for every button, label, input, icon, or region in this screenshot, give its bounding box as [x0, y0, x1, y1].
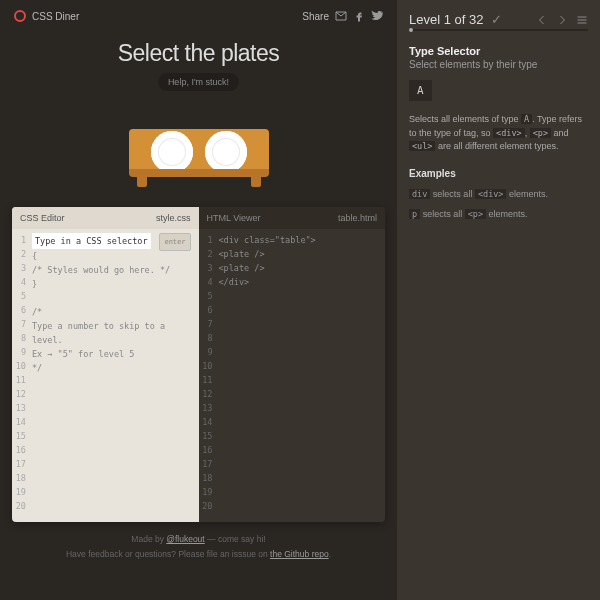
facebook-icon[interactable]: [353, 10, 365, 22]
table-top: [129, 129, 269, 174]
mail-icon[interactable]: [335, 10, 347, 22]
check-icon: ✓: [491, 12, 502, 27]
table-scene: [0, 95, 397, 207]
selector-description: Selects all elements of type A. Type ref…: [409, 113, 588, 154]
app-title: CSS Diner: [32, 11, 79, 22]
css-gutter: 1234567891011121314151617181920: [12, 229, 30, 522]
html-viewer-pane: HTML Viewer table.html 12345678910111213…: [199, 207, 386, 522]
github-link[interactable]: the Github repo: [270, 549, 329, 559]
html-gutter: 1234567891011121314151617181920: [199, 229, 217, 522]
author-link[interactable]: @flukeout: [166, 534, 204, 544]
hero: Select the plates Help, I'm stuck!: [0, 32, 397, 95]
share-group: Share: [302, 10, 383, 22]
plate[interactable]: [205, 131, 247, 173]
selector-title: Type Selector: [409, 45, 588, 57]
table-edge: [129, 169, 269, 177]
top-bar: CSS Diner Share: [0, 0, 397, 32]
css-code-body[interactable]: Type in a CSS selectorenter { /* Styles …: [30, 229, 199, 522]
share-label: Share: [302, 11, 329, 22]
prev-level-icon[interactable]: [536, 14, 548, 26]
css-editor-pane: CSS Editor style.css 1234567891011121314…: [12, 207, 199, 522]
level-label: Level 1 of 32: [409, 12, 483, 27]
challenge-title: Select the plates: [0, 40, 397, 67]
progress-bar: [409, 29, 588, 31]
app-logo[interactable]: CSS Diner: [14, 10, 79, 22]
table-leg: [251, 177, 261, 187]
selector-subtitle: Select elements by their type: [409, 59, 588, 70]
css-editor-filename: style.css: [156, 213, 191, 223]
logo-icon: [14, 10, 26, 22]
twitter-icon[interactable]: [371, 10, 383, 22]
enter-button[interactable]: enter: [159, 233, 190, 251]
selector-syntax: A: [409, 80, 432, 101]
css-selector-input[interactable]: Type in a CSS selector: [32, 233, 151, 249]
example-1: div selects all <div> elements.: [409, 187, 588, 202]
html-code-body: <div class="table"> <plate /> <plate /> …: [217, 229, 386, 522]
footer: Made by @flukeout — come say hi! Have fe…: [0, 522, 397, 573]
html-viewer-filename: table.html: [338, 213, 377, 223]
html-viewer-title: HTML Viewer: [207, 213, 261, 223]
sidebar: Level 1 of 32 ✓ Type Selector Select ele…: [397, 0, 600, 600]
css-editor-title: CSS Editor: [20, 213, 65, 223]
examples-heading: Examples: [409, 168, 588, 179]
plate[interactable]: [151, 131, 193, 173]
example-2: p selects all <p> elements.: [409, 207, 588, 222]
help-button[interactable]: Help, I'm stuck!: [158, 73, 239, 91]
next-level-icon[interactable]: [556, 14, 568, 26]
menu-icon[interactable]: [576, 14, 588, 26]
editor-container: CSS Editor style.css 1234567891011121314…: [12, 207, 385, 522]
table-leg: [137, 177, 147, 187]
